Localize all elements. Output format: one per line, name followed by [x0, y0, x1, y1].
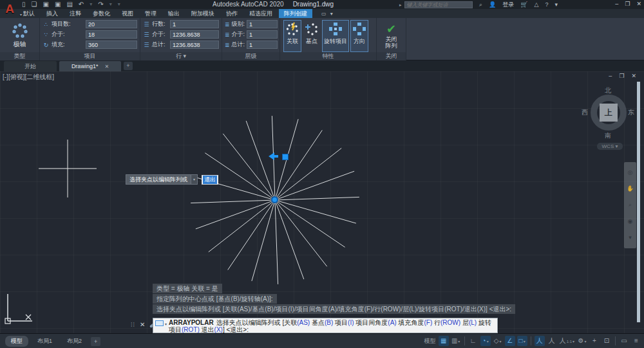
vertical-scrollbar[interactable]: [637, 82, 640, 322]
annotation-scale-value[interactable]: 1:1: [567, 340, 572, 343]
redo-caret-icon[interactable]: ▾: [109, 1, 112, 8]
rows-between-input[interactable]: [170, 30, 219, 39]
command-option-as[interactable]: (AS): [297, 319, 310, 326]
clean-screen-button[interactable]: ▭: [619, 336, 629, 346]
qat-customize-icon[interactable]: ▾: [118, 1, 120, 8]
viewcube-north[interactable]: 北: [605, 86, 611, 95]
object-snap-tracking-toggle[interactable]: ∠: [505, 336, 515, 346]
tab-manage[interactable]: 管理: [140, 9, 162, 19]
dynamic-input-field[interactable]: 退出: [202, 175, 218, 185]
items-between-input[interactable]: [86, 30, 137, 39]
help-search-input[interactable]: [404, 1, 473, 8]
array-item-grip-icon[interactable]: [282, 154, 289, 160]
undo-icon[interactable]: ↶: [79, 1, 84, 8]
array-center-grip-icon[interactable]: [271, 196, 278, 203]
panel-title-close[interactable]: 关闭: [377, 52, 406, 60]
viewcube-west[interactable]: 西: [582, 108, 588, 117]
visual-style-menu[interactable]: [二维线框]: [24, 73, 54, 80]
levels-between-input[interactable]: [247, 30, 278, 39]
doc-close-button[interactable]: ✕: [631, 73, 636, 79]
minimize-button[interactable]: –: [615, 1, 618, 7]
app-menu-button[interactable]: A ▾: [1, 1, 18, 17]
panel-title-levels[interactable]: 层级: [222, 52, 279, 60]
nav-pan-icon[interactable]: ✋: [627, 186, 634, 192]
doc-minimize-button[interactable]: –: [609, 73, 612, 79]
close-button[interactable]: ✕: [636, 1, 641, 7]
command-option-x[interactable]: (X): [214, 326, 223, 333]
tab-insert[interactable]: 插入: [41, 9, 63, 19]
isolate-objects-button[interactable]: ⊡: [601, 336, 612, 346]
sign-in-button[interactable]: 登录: [502, 1, 514, 9]
undo-caret-icon[interactable]: ▾: [90, 1, 92, 8]
osnap-caret-icon[interactable]: ▾: [524, 340, 526, 343]
annotation-autoscale-toggle[interactable]: 人: [547, 336, 557, 346]
polar-tracking-toggle[interactable]: ◔▾: [480, 336, 491, 346]
command-option-rot[interactable]: (ROT): [182, 326, 200, 333]
close-array-button[interactable]: ✔ 关闭 阵列: [379, 20, 403, 52]
viewcube-top-face[interactable]: 上: [600, 104, 618, 122]
workspace-caret-icon[interactable]: ▾: [584, 340, 586, 343]
items-count-input[interactable]: [86, 20, 137, 28]
ortho-mode-toggle[interactable]: ∟: [468, 336, 478, 346]
file-tab-start[interactable]: 开始: [4, 61, 57, 71]
base-point-button[interactable]: 基点: [303, 20, 321, 52]
view-controls-menu[interactable]: [俯视]: [8, 73, 25, 80]
ribbon-minimize-icon[interactable]: ▭ ▾: [321, 11, 334, 17]
recent-commands-icon[interactable]: [155, 320, 164, 326]
object-snap-toggle[interactable]: □▾: [517, 336, 527, 346]
polar-array-button[interactable]: 极轴: [3, 20, 37, 52]
new-drawing-button[interactable]: +: [124, 62, 133, 70]
save-as-icon[interactable]: ▣: [55, 1, 61, 8]
isodraft-toggle[interactable]: ◇▾: [493, 336, 503, 346]
polar-caret-icon[interactable]: ▾: [487, 340, 489, 343]
restore-button[interactable]: ❐: [625, 1, 630, 7]
doc-restore-button[interactable]: ❐: [619, 73, 624, 79]
help-icon[interactable]: ?: [545, 1, 548, 8]
rows-total-input[interactable]: [170, 41, 219, 49]
nav-more-icon[interactable]: ▾: [629, 235, 632, 241]
command-option-b[interactable]: (B): [325, 319, 333, 326]
open-file-icon[interactable]: ❏: [32, 1, 37, 8]
user-icon[interactable]: 👤: [489, 1, 496, 8]
autodesk-apps-icon[interactable]: △: [535, 1, 539, 8]
rotate-items-button[interactable]: 旋转项目: [322, 20, 349, 52]
workspace-switch-menu[interactable]: ⚙▾: [577, 336, 587, 346]
command-option-row[interactable]: (ROW): [440, 319, 460, 326]
plot-icon[interactable]: ▤: [66, 1, 72, 8]
viewcube-east[interactable]: 东: [628, 108, 634, 117]
layout-tab-layout1[interactable]: 布局1: [32, 336, 58, 347]
new-layout-button[interactable]: +: [91, 337, 100, 346]
file-tab-drawing1[interactable]: Drawing1*✕: [59, 61, 121, 71]
new-file-icon[interactable]: ▯: [22, 1, 26, 8]
viewcube-south[interactable]: 南: [605, 131, 611, 140]
snap-caret-icon[interactable]: ▾: [458, 340, 460, 343]
panel-title-type[interactable]: 类型: [0, 52, 39, 60]
scale-caret-icon[interactable]: ▾: [573, 340, 574, 343]
search-caret-icon[interactable]: ▸: [399, 3, 402, 8]
rows-count-input[interactable]: [170, 20, 219, 28]
store-cart-icon[interactable]: 🛒: [520, 1, 527, 8]
snap-mode-toggle[interactable]: ▥▾: [451, 336, 461, 346]
tab-featured-apps[interactable]: 精选应用: [244, 9, 278, 19]
isodraft-caret-icon[interactable]: ▾: [499, 340, 501, 343]
annotation-monitor-toggle[interactable]: +: [589, 336, 600, 346]
command-option-i[interactable]: (I): [348, 319, 354, 326]
wcs-menu[interactable]: WCS ▾: [597, 143, 623, 150]
associative-button[interactable]: 关联: [283, 20, 301, 52]
tab-addins[interactable]: 附加模块: [186, 9, 220, 19]
command-option-f[interactable]: (F): [424, 319, 432, 326]
dynamic-input-caret-icon[interactable]: ▾: [191, 174, 198, 185]
command-option-a[interactable]: (A): [388, 319, 396, 326]
panel-title-rows[interactable]: 行 ▾: [140, 52, 222, 60]
tab-parametric[interactable]: 参数化: [88, 9, 115, 19]
tab-view[interactable]: 视图: [117, 9, 138, 19]
save-icon[interactable]: ▣: [43, 1, 48, 8]
direction-button[interactable]: 方向: [350, 20, 368, 52]
customization-menu[interactable]: ≡: [631, 336, 641, 346]
levels-count-input[interactable]: [247, 20, 278, 28]
grid-display-toggle[interactable]: ▦: [439, 336, 449, 346]
search-icon[interactable]: ⌕: [479, 1, 482, 8]
command-option-l[interactable]: (L): [469, 319, 477, 326]
viewport-controls-menu[interactable]: [-]: [3, 73, 8, 80]
layout-tab-layout2[interactable]: 布局2: [61, 336, 88, 347]
